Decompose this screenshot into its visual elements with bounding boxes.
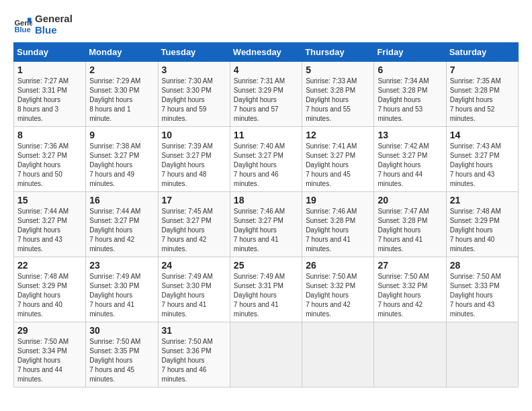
day-number: 12 [306, 130, 370, 140]
calendar-cell [230, 322, 302, 387]
day-info: Sunrise: 7:46 AMSunset: 3:28 PMDaylight … [306, 207, 370, 254]
day-of-week-header: Wednesday [230, 43, 302, 62]
day-number: 2 [89, 64, 154, 75]
day-info: Sunrise: 7:49 AMSunset: 3:30 PMDaylight … [162, 272, 226, 319]
calendar-cell: 13Sunrise: 7:42 AMSunset: 3:27 PMDayligh… [374, 127, 446, 192]
calendar-cell: 5Sunrise: 7:33 AMSunset: 3:28 PMDaylight… [302, 62, 374, 127]
day-info: Sunrise: 7:50 AMSunset: 3:35 PMDaylight … [89, 337, 154, 384]
calendar-cell [302, 322, 374, 387]
day-number: 17 [162, 195, 226, 205]
day-info: Sunrise: 7:44 AMSunset: 3:27 PMDaylight … [17, 207, 82, 254]
day-info: Sunrise: 7:50 AMSunset: 3:32 PMDaylight … [306, 272, 370, 319]
calendar-cell: 26Sunrise: 7:50 AMSunset: 3:32 PMDayligh… [302, 257, 374, 322]
day-number: 5 [306, 64, 370, 75]
day-info: Sunrise: 7:38 AMSunset: 3:27 PMDaylight … [89, 142, 154, 189]
calendar-week-row: 8Sunrise: 7:36 AMSunset: 3:27 PMDaylight… [14, 127, 519, 192]
calendar-cell [374, 322, 446, 387]
calendar-cell: 22Sunrise: 7:48 AMSunset: 3:29 PMDayligh… [14, 257, 86, 322]
day-info: Sunrise: 7:27 AMSunset: 3:31 PMDaylight … [17, 77, 82, 124]
calendar-cell: 3Sunrise: 7:30 AMSunset: 3:30 PMDaylight… [158, 62, 230, 127]
calendar-week-row: 22Sunrise: 7:48 AMSunset: 3:29 PMDayligh… [14, 257, 519, 322]
calendar-cell: 9Sunrise: 7:38 AMSunset: 3:27 PMDaylight… [86, 127, 158, 192]
calendar-cell: 23Sunrise: 7:49 AMSunset: 3:30 PMDayligh… [86, 257, 158, 322]
day-info: Sunrise: 7:35 AMSunset: 3:28 PMDaylight … [450, 77, 515, 124]
day-info: Sunrise: 7:47 AMSunset: 3:28 PMDaylight … [378, 207, 442, 254]
day-info: Sunrise: 7:30 AMSunset: 3:30 PMDaylight … [162, 77, 226, 124]
day-info: Sunrise: 7:49 AMSunset: 3:31 PMDaylight … [234, 272, 298, 319]
calendar-cell: 14Sunrise: 7:43 AMSunset: 3:27 PMDayligh… [446, 127, 518, 192]
day-number: 25 [234, 260, 298, 271]
calendar-cell: 15Sunrise: 7:44 AMSunset: 3:27 PMDayligh… [14, 192, 86, 257]
day-number: 29 [17, 325, 82, 336]
day-of-week-header: Thursday [302, 43, 374, 62]
day-info: Sunrise: 7:43 AMSunset: 3:27 PMDaylight … [450, 142, 515, 189]
day-number: 26 [306, 260, 370, 271]
day-number: 19 [306, 195, 370, 205]
day-info: Sunrise: 7:50 AMSunset: 3:36 PMDaylight … [162, 337, 226, 384]
day-number: 16 [89, 195, 154, 205]
day-number: 31 [162, 325, 226, 336]
day-number: 4 [234, 64, 298, 75]
day-number: 1 [17, 64, 82, 75]
day-info: Sunrise: 7:39 AMSunset: 3:27 PMDaylight … [162, 142, 226, 189]
calendar-cell: 30Sunrise: 7:50 AMSunset: 3:35 PMDayligh… [86, 322, 158, 387]
page-header: General Blue General Blue [13, 13, 519, 36]
day-number: 10 [162, 130, 226, 140]
day-info: Sunrise: 7:50 AMSunset: 3:34 PMDaylight … [17, 337, 82, 384]
day-info: Sunrise: 7:50 AMSunset: 3:33 PMDaylight … [450, 272, 515, 319]
calendar-cell: 27Sunrise: 7:50 AMSunset: 3:32 PMDayligh… [374, 257, 446, 322]
day-number: 11 [234, 130, 298, 140]
calendar-cell: 16Sunrise: 7:44 AMSunset: 3:27 PMDayligh… [86, 192, 158, 257]
day-info: Sunrise: 7:40 AMSunset: 3:27 PMDaylight … [234, 142, 298, 189]
calendar-cell: 7Sunrise: 7:35 AMSunset: 3:28 PMDaylight… [446, 62, 518, 127]
day-info: Sunrise: 7:50 AMSunset: 3:32 PMDaylight … [378, 272, 442, 319]
day-number: 15 [17, 195, 82, 205]
calendar-cell: 21Sunrise: 7:48 AMSunset: 3:29 PMDayligh… [446, 192, 518, 257]
day-info: Sunrise: 7:34 AMSunset: 3:28 PMDaylight … [378, 77, 442, 124]
day-number: 28 [450, 260, 515, 271]
day-number: 7 [450, 64, 515, 75]
calendar-table: SundayMondayTuesdayWednesdayThursdayFrid… [13, 42, 519, 387]
calendar-cell: 29Sunrise: 7:50 AMSunset: 3:34 PMDayligh… [14, 322, 86, 387]
calendar-week-row: 29Sunrise: 7:50 AMSunset: 3:34 PMDayligh… [14, 322, 519, 387]
day-number: 13 [378, 130, 442, 140]
calendar-week-row: 15Sunrise: 7:44 AMSunset: 3:27 PMDayligh… [14, 192, 519, 257]
calendar-cell: 1Sunrise: 7:27 AMSunset: 3:31 PMDaylight… [14, 62, 86, 127]
calendar-header: SundayMondayTuesdayWednesdayThursdayFrid… [14, 43, 519, 62]
calendar-cell: 8Sunrise: 7:36 AMSunset: 3:27 PMDaylight… [14, 127, 86, 192]
day-of-week-header: Tuesday [158, 43, 230, 62]
calendar-cell [446, 322, 518, 387]
calendar-cell: 18Sunrise: 7:46 AMSunset: 3:27 PMDayligh… [230, 192, 302, 257]
day-number: 30 [89, 325, 154, 336]
logo-icon: General Blue [13, 15, 32, 34]
day-number: 9 [89, 130, 154, 140]
day-of-week-header: Monday [86, 43, 158, 62]
calendar-cell: 2Sunrise: 7:29 AMSunset: 3:30 PMDaylight… [86, 62, 158, 127]
calendar-cell: 11Sunrise: 7:40 AMSunset: 3:27 PMDayligh… [230, 127, 302, 192]
day-number: 27 [378, 260, 442, 271]
day-info: Sunrise: 7:36 AMSunset: 3:27 PMDaylight … [17, 142, 82, 189]
svg-text:Blue: Blue [14, 26, 30, 34]
calendar-cell: 24Sunrise: 7:49 AMSunset: 3:30 PMDayligh… [158, 257, 230, 322]
day-info: Sunrise: 7:41 AMSunset: 3:27 PMDaylight … [306, 142, 370, 189]
day-info: Sunrise: 7:46 AMSunset: 3:27 PMDaylight … [234, 207, 298, 254]
day-of-week-header: Friday [374, 43, 446, 62]
day-of-week-header: Sunday [14, 43, 86, 62]
calendar-cell: 10Sunrise: 7:39 AMSunset: 3:27 PMDayligh… [158, 127, 230, 192]
day-number: 20 [378, 195, 442, 205]
day-info: Sunrise: 7:48 AMSunset: 3:29 PMDaylight … [450, 207, 515, 254]
day-number: 3 [162, 64, 226, 75]
calendar-cell: 12Sunrise: 7:41 AMSunset: 3:27 PMDayligh… [302, 127, 374, 192]
day-number: 24 [162, 260, 226, 271]
logo-text-general: General [35, 13, 73, 25]
day-info: Sunrise: 7:29 AMSunset: 3:30 PMDaylight … [89, 77, 154, 124]
day-of-week-header: Saturday [446, 43, 518, 62]
calendar-cell: 19Sunrise: 7:46 AMSunset: 3:28 PMDayligh… [302, 192, 374, 257]
day-info: Sunrise: 7:31 AMSunset: 3:29 PMDaylight … [234, 77, 298, 124]
logo-text-blue: Blue [35, 25, 73, 36]
day-number: 8 [17, 130, 82, 140]
calendar-cell: 6Sunrise: 7:34 AMSunset: 3:28 PMDaylight… [374, 62, 446, 127]
logo: General Blue General Blue [13, 13, 73, 36]
day-number: 14 [450, 130, 515, 140]
day-info: Sunrise: 7:45 AMSunset: 3:27 PMDaylight … [162, 207, 226, 254]
